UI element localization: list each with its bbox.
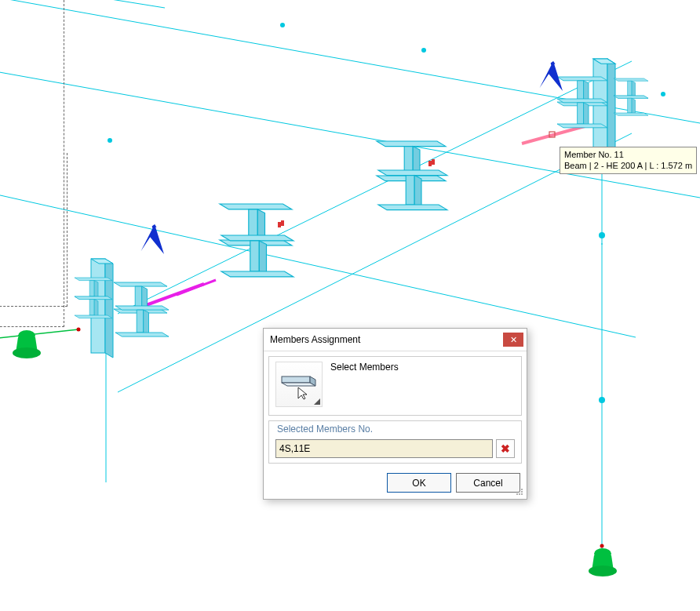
- structural-member: [614, 96, 648, 115]
- select-members-tool-button[interactable]: [275, 362, 323, 407]
- support-fixed[interactable]: [11, 329, 42, 361]
- model-viewport[interactable]: Member No. 11 Beam | 2 - HE 200 A | L : …: [0, 0, 700, 611]
- svg-rect-28: [282, 376, 310, 383]
- structural-member: [614, 78, 648, 98]
- select-members-section: Select Members: [268, 356, 522, 416]
- support-fixed[interactable]: [587, 547, 618, 579]
- selected-members-input[interactable]: [275, 439, 493, 458]
- dialog-title: Members Assignment: [270, 334, 360, 345]
- select-members-label: Select Members: [330, 362, 399, 373]
- svg-marker-30: [282, 383, 315, 386]
- dialog-titlebar[interactable]: Members Assignment ✕: [264, 329, 527, 351]
- member-tooltip: Member No. 11 Beam | 2 - HE 200 A | L : …: [560, 147, 697, 174]
- tooltip-line-2: Beam | 2 - HE 200 A | L : 1.572 m: [564, 160, 692, 171]
- members-assignment-dialog[interactable]: Members Assignment ✕ Select Me: [263, 328, 527, 500]
- close-icon: ✕: [510, 335, 517, 345]
- cancel-button[interactable]: Cancel: [456, 473, 520, 493]
- svg-marker-31: [298, 387, 307, 399]
- close-button[interactable]: ✕: [503, 333, 523, 347]
- dropdown-indicator-icon: [314, 398, 320, 405]
- ok-button[interactable]: OK: [387, 473, 451, 493]
- selected-members-section: Selected Members No. ✖: [268, 420, 522, 464]
- clear-selection-button[interactable]: ✖: [496, 439, 515, 458]
- selected-members-label: Selected Members No.: [277, 424, 515, 435]
- resize-grip[interactable]: [515, 487, 524, 496]
- delete-icon: ✖: [501, 442, 510, 455]
- tooltip-line-1: Member No. 11: [564, 149, 692, 160]
